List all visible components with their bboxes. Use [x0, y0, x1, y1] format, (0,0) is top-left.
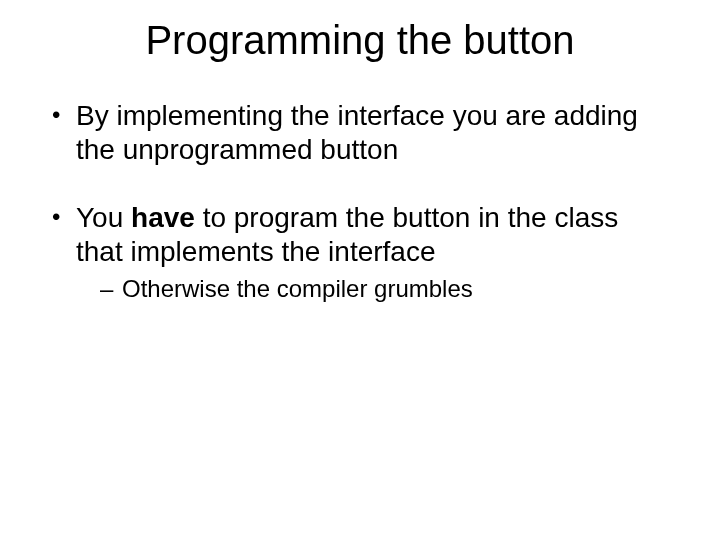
bullet-item: You have to program the button in the cl… [48, 201, 672, 303]
slide: Programming the button By implementing t… [0, 0, 720, 540]
sub-bullet-list: Otherwise the compiler grumbles [100, 274, 672, 304]
bullet-bold: have [131, 202, 195, 233]
bullet-text: By implementing the interface you are ad… [76, 100, 638, 165]
slide-title: Programming the button [48, 18, 672, 63]
bullet-item: By implementing the interface you are ad… [48, 99, 672, 167]
sub-bullet-item: Otherwise the compiler grumbles [100, 274, 672, 304]
sub-bullet-text: Otherwise the compiler grumbles [122, 275, 473, 302]
bullet-list: By implementing the interface you are ad… [48, 99, 672, 304]
bullet-text: You [76, 202, 131, 233]
